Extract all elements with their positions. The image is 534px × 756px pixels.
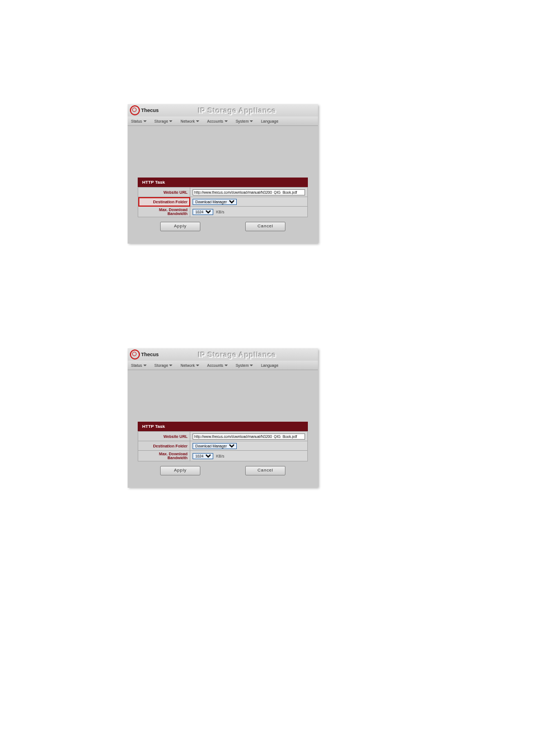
- logo-icon: [130, 105, 140, 115]
- menu-status[interactable]: Status: [131, 363, 147, 367]
- app-header: Thecus IP Storage Appliance: [128, 104, 318, 116]
- document-page: Thecus IP Storage Appliance Status Stora…: [0, 0, 534, 756]
- form-table: Website URL Destination Folder Download …: [138, 431, 308, 461]
- app-header: Thecus IP Storage Appliance: [128, 348, 318, 361]
- chevron-down-icon: [250, 365, 253, 366]
- chevron-down-icon: [224, 120, 228, 122]
- menu-system[interactable]: System: [236, 363, 253, 367]
- label-website-url: Website URL: [138, 432, 190, 441]
- cell-max-bandwidth: 1024 KB/s: [190, 451, 308, 461]
- cancel-button[interactable]: Cancel: [245, 222, 285, 231]
- chevron-down-icon: [143, 365, 147, 366]
- cell-website-url: [190, 188, 308, 197]
- menu-storage[interactable]: Storage: [154, 363, 173, 367]
- destination-folder-select[interactable]: Download Manager: [193, 199, 237, 205]
- logo-text: Thecus: [141, 108, 159, 113]
- apply-button[interactable]: Apply: [160, 222, 200, 231]
- logo: Thecus: [130, 105, 159, 115]
- menu-storage[interactable]: Storage: [154, 119, 173, 123]
- cell-destination-folder: Download Manager: [190, 197, 308, 207]
- form-table: Website URL Destination Folder Download …: [138, 187, 308, 217]
- bandwidth-select[interactable]: 1024: [193, 453, 213, 459]
- menu-network[interactable]: Network: [180, 363, 199, 367]
- apply-button[interactable]: Apply: [160, 466, 200, 475]
- cell-max-bandwidth: 1024 KB/s: [190, 207, 308, 217]
- row-bandwidth: Max. Download Bandwidth 1024 KB/s: [138, 207, 308, 217]
- logo-icon: [130, 349, 140, 360]
- menu-language[interactable]: Language: [261, 363, 278, 367]
- label-website-url: Website URL: [138, 188, 190, 197]
- menu-system[interactable]: System: [236, 119, 253, 123]
- website-url-input[interactable]: [193, 433, 305, 440]
- panel-title: HTTP Task: [138, 422, 308, 431]
- row-bandwidth: Max. Download Bandwidth 1024 KB/s: [138, 451, 308, 461]
- chevron-down-icon: [169, 120, 172, 122]
- cell-website-url: [190, 432, 308, 441]
- logo: Thecus: [130, 349, 159, 360]
- chevron-down-icon: [143, 120, 147, 122]
- bandwidth-select[interactable]: 1024: [193, 209, 213, 215]
- website-url-input[interactable]: [193, 189, 305, 195]
- menu-language[interactable]: Language: [261, 119, 278, 123]
- app-title: IP Storage Appliance: [159, 351, 316, 359]
- destination-folder-select[interactable]: Download Manager: [193, 443, 237, 449]
- http-task-panel: HTTP Task Website URL Destination Folder…: [138, 422, 308, 475]
- menu-status[interactable]: Status: [131, 119, 147, 123]
- content-area: HTTP Task Website URL Destination Folder…: [128, 126, 318, 244]
- button-row: Apply Cancel: [138, 466, 308, 475]
- label-destination-folder: Destination Folder: [138, 197, 190, 207]
- menu-accounts[interactable]: Accounts: [207, 119, 228, 123]
- button-row: Apply Cancel: [138, 222, 308, 231]
- label-max-bandwidth: Max. Download Bandwidth: [138, 207, 190, 217]
- chevron-down-icon: [196, 365, 199, 366]
- app-title: IP Storage Appliance: [159, 106, 316, 115]
- bandwidth-unit: KB/s: [216, 210, 224, 214]
- screenshot-2: Thecus IP Storage Appliance Status Stora…: [128, 348, 318, 487]
- menu-network[interactable]: Network: [180, 119, 199, 123]
- logo-text: Thecus: [141, 352, 159, 357]
- label-max-bandwidth: Max. Download Bandwidth: [138, 451, 190, 461]
- row-folder: Destination Folder Download Manager: [138, 441, 308, 451]
- cell-destination-folder: Download Manager: [190, 441, 308, 451]
- chevron-down-icon: [196, 120, 199, 122]
- panel-title: HTTP Task: [138, 178, 308, 187]
- chevron-down-icon: [224, 365, 228, 366]
- http-task-panel: HTTP Task Website URL Destination Folder…: [138, 178, 308, 231]
- menu-bar: Status Storage Network Accounts System L…: [128, 361, 318, 370]
- cancel-button[interactable]: Cancel: [245, 466, 285, 475]
- row-url: Website URL: [138, 188, 308, 197]
- bandwidth-unit: KB/s: [216, 454, 224, 458]
- chevron-down-icon: [250, 120, 253, 122]
- row-folder: Destination Folder Download Manager: [138, 197, 308, 207]
- label-destination-folder: Destination Folder: [138, 441, 190, 451]
- row-url: Website URL: [138, 432, 308, 441]
- screenshot-1: Thecus IP Storage Appliance Status Stora…: [128, 104, 318, 243]
- menu-bar: Status Storage Network Accounts System L…: [128, 116, 318, 126]
- menu-accounts[interactable]: Accounts: [207, 363, 228, 367]
- chevron-down-icon: [169, 365, 172, 366]
- content-area: HTTP Task Website URL Destination Folder…: [128, 370, 318, 488]
